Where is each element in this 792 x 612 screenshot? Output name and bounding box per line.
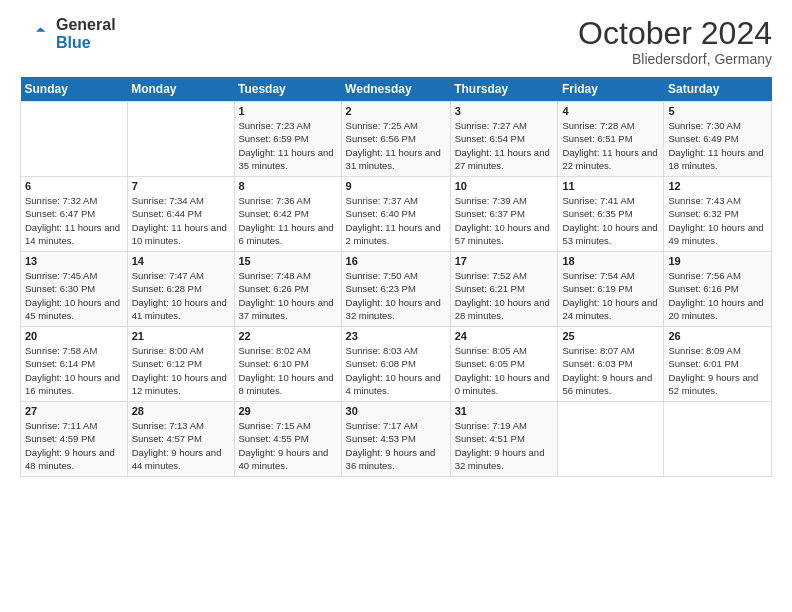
day-info: Sunrise: 7:17 AMSunset: 4:53 PMDaylight:… xyxy=(346,419,446,472)
logo-bird-icon xyxy=(20,18,52,50)
day-info: Sunrise: 7:58 AMSunset: 6:14 PMDaylight:… xyxy=(25,344,123,397)
header-friday: Friday xyxy=(558,77,664,102)
day-info: Sunrise: 8:07 AMSunset: 6:03 PMDaylight:… xyxy=(562,344,659,397)
day-number: 19 xyxy=(668,255,767,267)
table-row: 23Sunrise: 8:03 AMSunset: 6:08 PMDayligh… xyxy=(341,327,450,402)
day-info: Sunrise: 7:39 AMSunset: 6:37 PMDaylight:… xyxy=(455,194,554,247)
day-info: Sunrise: 7:41 AMSunset: 6:35 PMDaylight:… xyxy=(562,194,659,247)
day-number: 10 xyxy=(455,180,554,192)
table-row: 26Sunrise: 8:09 AMSunset: 6:01 PMDayligh… xyxy=(664,327,772,402)
table-row xyxy=(21,102,128,177)
day-info: Sunrise: 7:30 AMSunset: 6:49 PMDaylight:… xyxy=(668,119,767,172)
day-number: 25 xyxy=(562,330,659,342)
calendar-week-row: 13Sunrise: 7:45 AMSunset: 6:30 PMDayligh… xyxy=(21,252,772,327)
day-info: Sunrise: 7:25 AMSunset: 6:56 PMDaylight:… xyxy=(346,119,446,172)
table-row: 30Sunrise: 7:17 AMSunset: 4:53 PMDayligh… xyxy=(341,402,450,477)
day-info: Sunrise: 7:48 AMSunset: 6:26 PMDaylight:… xyxy=(239,269,337,322)
table-row: 8Sunrise: 7:36 AMSunset: 6:42 PMDaylight… xyxy=(234,177,341,252)
day-info: Sunrise: 7:54 AMSunset: 6:19 PMDaylight:… xyxy=(562,269,659,322)
month-title: October 2024 xyxy=(578,16,772,51)
day-info: Sunrise: 7:13 AMSunset: 4:57 PMDaylight:… xyxy=(132,419,230,472)
day-number: 15 xyxy=(239,255,337,267)
day-number: 18 xyxy=(562,255,659,267)
table-row: 17Sunrise: 7:52 AMSunset: 6:21 PMDayligh… xyxy=(450,252,558,327)
day-number: 23 xyxy=(346,330,446,342)
day-info: Sunrise: 7:36 AMSunset: 6:42 PMDaylight:… xyxy=(239,194,337,247)
day-number: 6 xyxy=(25,180,123,192)
logo-general: General xyxy=(56,16,116,34)
day-info: Sunrise: 7:43 AMSunset: 6:32 PMDaylight:… xyxy=(668,194,767,247)
table-row: 22Sunrise: 8:02 AMSunset: 6:10 PMDayligh… xyxy=(234,327,341,402)
table-row: 18Sunrise: 7:54 AMSunset: 6:19 PMDayligh… xyxy=(558,252,664,327)
calendar-week-row: 27Sunrise: 7:11 AMSunset: 4:59 PMDayligh… xyxy=(21,402,772,477)
day-info: Sunrise: 7:47 AMSunset: 6:28 PMDaylight:… xyxy=(132,269,230,322)
day-info: Sunrise: 8:00 AMSunset: 6:12 PMDaylight:… xyxy=(132,344,230,397)
table-row: 7Sunrise: 7:34 AMSunset: 6:44 PMDaylight… xyxy=(127,177,234,252)
day-number: 24 xyxy=(455,330,554,342)
table-row: 25Sunrise: 8:07 AMSunset: 6:03 PMDayligh… xyxy=(558,327,664,402)
calendar-week-row: 20Sunrise: 7:58 AMSunset: 6:14 PMDayligh… xyxy=(21,327,772,402)
day-number: 9 xyxy=(346,180,446,192)
day-info: Sunrise: 8:05 AMSunset: 6:05 PMDaylight:… xyxy=(455,344,554,397)
day-number: 7 xyxy=(132,180,230,192)
table-row: 27Sunrise: 7:11 AMSunset: 4:59 PMDayligh… xyxy=(21,402,128,477)
day-number: 14 xyxy=(132,255,230,267)
day-number: 16 xyxy=(346,255,446,267)
day-number: 11 xyxy=(562,180,659,192)
weekday-header-row: Sunday Monday Tuesday Wednesday Thursday… xyxy=(21,77,772,102)
day-number: 31 xyxy=(455,405,554,417)
table-row: 6Sunrise: 7:32 AMSunset: 6:47 PMDaylight… xyxy=(21,177,128,252)
table-row: 31Sunrise: 7:19 AMSunset: 4:51 PMDayligh… xyxy=(450,402,558,477)
table-row: 16Sunrise: 7:50 AMSunset: 6:23 PMDayligh… xyxy=(341,252,450,327)
day-info: Sunrise: 8:09 AMSunset: 6:01 PMDaylight:… xyxy=(668,344,767,397)
logo-blue: Blue xyxy=(56,34,116,52)
header-wednesday: Wednesday xyxy=(341,77,450,102)
table-row: 1Sunrise: 7:23 AMSunset: 6:59 PMDaylight… xyxy=(234,102,341,177)
title-block: October 2024 Bliedersdorf, Germany xyxy=(578,16,772,67)
table-row: 21Sunrise: 8:00 AMSunset: 6:12 PMDayligh… xyxy=(127,327,234,402)
day-number: 5 xyxy=(668,105,767,117)
day-number: 29 xyxy=(239,405,337,417)
table-row: 10Sunrise: 7:39 AMSunset: 6:37 PMDayligh… xyxy=(450,177,558,252)
day-info: Sunrise: 7:37 AMSunset: 6:40 PMDaylight:… xyxy=(346,194,446,247)
day-info: Sunrise: 7:23 AMSunset: 6:59 PMDaylight:… xyxy=(239,119,337,172)
table-row: 4Sunrise: 7:28 AMSunset: 6:51 PMDaylight… xyxy=(558,102,664,177)
day-number: 17 xyxy=(455,255,554,267)
table-row: 9Sunrise: 7:37 AMSunset: 6:40 PMDaylight… xyxy=(341,177,450,252)
table-row: 11Sunrise: 7:41 AMSunset: 6:35 PMDayligh… xyxy=(558,177,664,252)
day-info: Sunrise: 7:11 AMSunset: 4:59 PMDaylight:… xyxy=(25,419,123,472)
day-info: Sunrise: 7:19 AMSunset: 4:51 PMDaylight:… xyxy=(455,419,554,472)
calendar-week-row: 6Sunrise: 7:32 AMSunset: 6:47 PMDaylight… xyxy=(21,177,772,252)
day-info: Sunrise: 7:52 AMSunset: 6:21 PMDaylight:… xyxy=(455,269,554,322)
day-number: 30 xyxy=(346,405,446,417)
table-row: 13Sunrise: 7:45 AMSunset: 6:30 PMDayligh… xyxy=(21,252,128,327)
day-number: 1 xyxy=(239,105,337,117)
day-number: 28 xyxy=(132,405,230,417)
day-info: Sunrise: 7:15 AMSunset: 4:55 PMDaylight:… xyxy=(239,419,337,472)
page-header: General Blue October 2024 Bliedersdorf, … xyxy=(20,16,772,67)
table-row: 29Sunrise: 7:15 AMSunset: 4:55 PMDayligh… xyxy=(234,402,341,477)
header-saturday: Saturday xyxy=(664,77,772,102)
table-row: 28Sunrise: 7:13 AMSunset: 4:57 PMDayligh… xyxy=(127,402,234,477)
day-info: Sunrise: 7:32 AMSunset: 6:47 PMDaylight:… xyxy=(25,194,123,247)
table-row xyxy=(558,402,664,477)
day-number: 4 xyxy=(562,105,659,117)
day-info: Sunrise: 8:03 AMSunset: 6:08 PMDaylight:… xyxy=(346,344,446,397)
table-row xyxy=(664,402,772,477)
header-thursday: Thursday xyxy=(450,77,558,102)
table-row: 24Sunrise: 8:05 AMSunset: 6:05 PMDayligh… xyxy=(450,327,558,402)
day-info: Sunrise: 7:50 AMSunset: 6:23 PMDaylight:… xyxy=(346,269,446,322)
day-info: Sunrise: 7:56 AMSunset: 6:16 PMDaylight:… xyxy=(668,269,767,322)
day-number: 2 xyxy=(346,105,446,117)
day-number: 13 xyxy=(25,255,123,267)
calendar-table: Sunday Monday Tuesday Wednesday Thursday… xyxy=(20,77,772,477)
day-info: Sunrise: 7:27 AMSunset: 6:54 PMDaylight:… xyxy=(455,119,554,172)
day-number: 8 xyxy=(239,180,337,192)
table-row xyxy=(127,102,234,177)
svg-marker-0 xyxy=(36,27,46,31)
header-tuesday: Tuesday xyxy=(234,77,341,102)
table-row: 19Sunrise: 7:56 AMSunset: 6:16 PMDayligh… xyxy=(664,252,772,327)
calendar-week-row: 1Sunrise: 7:23 AMSunset: 6:59 PMDaylight… xyxy=(21,102,772,177)
day-number: 3 xyxy=(455,105,554,117)
table-row: 5Sunrise: 7:30 AMSunset: 6:49 PMDaylight… xyxy=(664,102,772,177)
